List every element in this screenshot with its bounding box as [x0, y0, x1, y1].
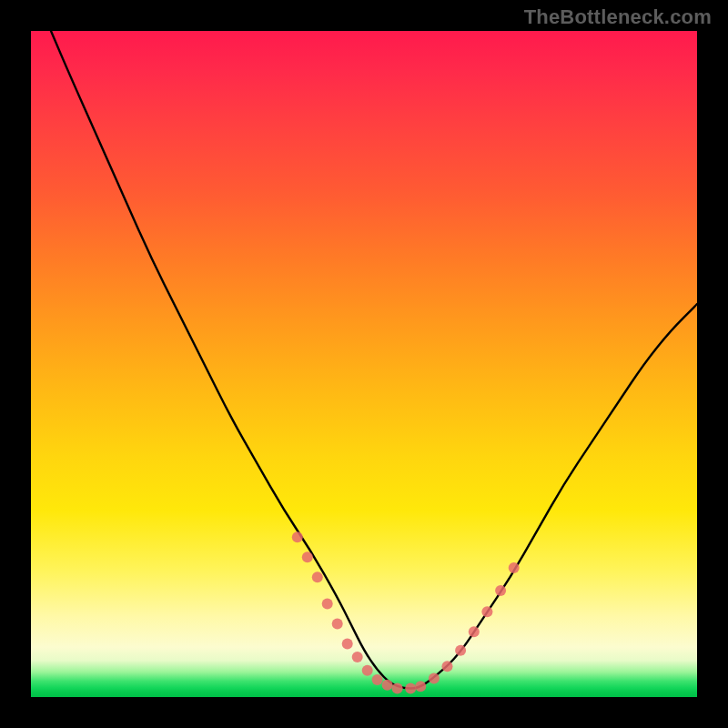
chart-stage: TheBottleneck.com — [0, 0, 728, 728]
frame-right — [697, 0, 728, 728]
plot-area — [31, 31, 697, 697]
watermark-text: TheBottleneck.com — [524, 5, 712, 29]
